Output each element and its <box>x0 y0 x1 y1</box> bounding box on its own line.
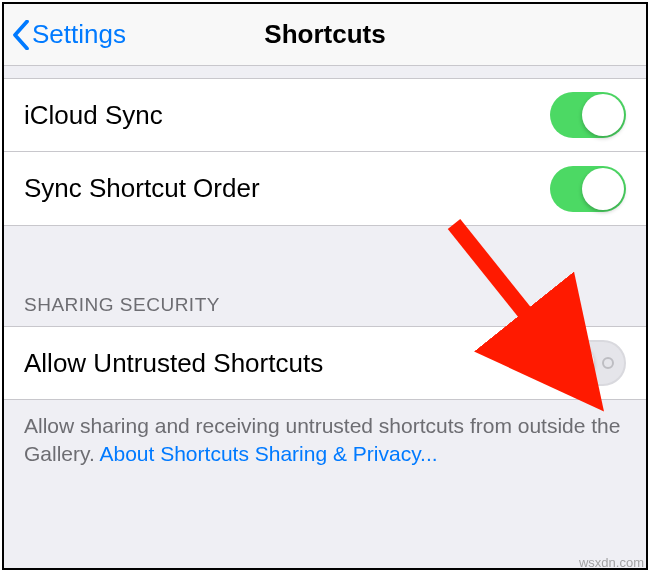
section-header-sharing-security: SHARING SECURITY <box>4 286 646 326</box>
navbar: Settings Shortcuts <box>4 4 646 66</box>
chevron-left-icon <box>12 20 30 50</box>
back-button[interactable]: Settings <box>4 19 126 50</box>
row-allow-untrusted: Allow Untrusted Shortcuts <box>4 326 646 400</box>
footer-text: Allow sharing and receiving untrusted sh… <box>4 400 646 469</box>
row-label: Allow Untrusted Shortcuts <box>24 348 323 379</box>
toggle-off-indicator <box>602 357 614 369</box>
row-label: Sync Shortcut Order <box>24 173 260 204</box>
toggle-allow-untrusted[interactable] <box>550 340 626 386</box>
back-label: Settings <box>32 19 126 50</box>
toggle-icloud-sync[interactable] <box>550 92 626 138</box>
row-label: iCloud Sync <box>24 100 163 131</box>
section-gap <box>4 226 646 286</box>
toggle-knob <box>582 168 624 210</box>
row-sync-order: Sync Shortcut Order <box>4 152 646 226</box>
about-shortcuts-link[interactable]: About Shortcuts Sharing & Privacy... <box>99 442 437 465</box>
toggle-knob <box>552 342 594 384</box>
row-icloud-sync: iCloud Sync <box>4 78 646 152</box>
toggle-sync-order[interactable] <box>550 166 626 212</box>
settings-screen: Settings Shortcuts iCloud Sync Sync Shor… <box>2 2 648 570</box>
toggle-knob <box>582 94 624 136</box>
spacer <box>4 66 646 78</box>
